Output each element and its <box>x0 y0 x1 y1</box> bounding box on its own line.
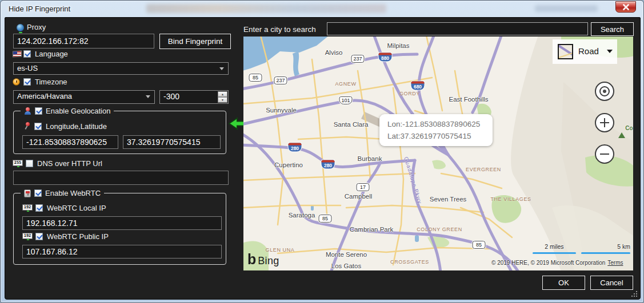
webrtc-local-label: WebRTC Local IP <box>47 204 106 212</box>
scale-km-label: 5 km <box>581 243 630 250</box>
timezone-offset-value: -300 <box>163 92 179 101</box>
map-area-label: COLONY GREEN <box>417 227 462 232</box>
dns-icon: 255 <box>13 160 23 166</box>
webrtc-local-ip-input[interactable] <box>22 216 222 230</box>
locate-icon <box>599 86 610 96</box>
geolocation-pin-icon <box>24 107 31 115</box>
map-style-thumbnail-icon <box>558 44 573 59</box>
geolocation-label: Enable Geolocation <box>46 107 110 115</box>
proxy-address-input[interactable] <box>13 34 154 49</box>
close-button[interactable] <box>615 1 636 13</box>
webrtc-legend: Enable WebRTC <box>21 188 104 199</box>
terms-link[interactable]: Terms <box>607 260 623 266</box>
map-area-label: AGNEW <box>335 81 356 87</box>
lonlat-checkbox[interactable] <box>34 123 42 130</box>
search-label: Enter a city to search <box>243 25 316 34</box>
timezone-label: Timezone <box>35 78 67 86</box>
pointer-arrow-icon <box>229 117 245 132</box>
map-city-label: Milpitas <box>387 42 410 49</box>
webrtc-local-checkbox[interactable] <box>35 204 43 212</box>
lonlat-label: Longitude,Latitude <box>46 122 107 131</box>
tooltip-latitude: Lat:37.32619770575415 <box>387 130 493 142</box>
bing-logo[interactable]: b Bing <box>247 253 279 267</box>
map-city-label: East Foothills <box>449 96 488 103</box>
route-shield: 17 <box>357 183 370 191</box>
route-shield: 237 <box>274 76 287 84</box>
spinner-down-button[interactable]: ▼ <box>218 97 227 103</box>
map-city-label: Los Gatos <box>331 262 361 269</box>
scale-km-bar <box>581 252 630 254</box>
language-select[interactable]: es-US <box>13 62 229 75</box>
timezone-checkbox[interactable] <box>23 78 31 86</box>
route-shield: 880 <box>379 53 392 62</box>
map-area-label: GORDY <box>399 91 420 96</box>
webrtc-public-ip-input[interactable] <box>22 245 222 258</box>
window-frame: Hide IP Fingerprint Proxy Bind Fingerpri… <box>0 0 644 303</box>
map-canvas[interactable]: AlvisoMilpitasSunnyvaleSanta ClaraEast F… <box>243 37 633 270</box>
tooltip-longitude: Lon:-121.85308837890625 <box>387 118 493 130</box>
geolocation-group: Enable Geolocation Longitude,Latitude <box>13 111 226 154</box>
route-shield: 101 <box>339 96 352 104</box>
bind-fingerprint-button[interactable]: Bind Fingerprint <box>159 34 231 49</box>
map-green-label: Co <box>625 125 633 131</box>
dns-checkbox[interactable] <box>26 160 33 167</box>
map-area-label: THE VILLAGES <box>490 196 531 202</box>
longitude-input[interactable] <box>22 135 118 149</box>
webrtc-device-icon <box>24 189 31 197</box>
timezone-select[interactable]: America/Havana <box>13 90 155 104</box>
search-button[interactable]: Search <box>591 22 634 36</box>
resize-grip[interactable] <box>630 290 638 297</box>
map-city-label: Cambrian Park <box>350 226 394 233</box>
map-area-label: CROSSGATES <box>390 259 429 265</box>
locate-button[interactable] <box>595 82 614 101</box>
route-shield: 680 <box>411 82 425 90</box>
proxy-label: Proxy <box>27 23 46 31</box>
bing-logo-text: Bing <box>258 255 279 267</box>
globe-icon <box>17 24 24 31</box>
search-input[interactable] <box>327 22 588 35</box>
ip-badge-icon: 192 <box>22 233 33 239</box>
cancel-button[interactable]: Cancel <box>590 276 633 290</box>
background-window-blur <box>535 5 598 12</box>
dialog-content: Proxy Bind Fingerprint Language es-US Ti… <box>5 17 641 300</box>
webrtc-label: Enable WebRTC <box>45 189 101 197</box>
route-shield: 85 <box>319 215 332 223</box>
map-city-label: Monte Sereno <box>326 251 367 258</box>
latitude-input[interactable] <box>123 135 221 149</box>
zoom-out-button[interactable] <box>595 144 614 164</box>
map-style-selector[interactable]: Road <box>553 39 617 64</box>
map-city-label: Alviso <box>325 49 343 56</box>
ip-badge-icon: 192 <box>22 204 33 211</box>
map-city-label: Burbank <box>358 155 382 162</box>
map-road-label: Guadalupe Pkwy <box>403 156 423 204</box>
dns-url-input[interactable] <box>13 171 229 185</box>
clock-icon <box>13 78 20 86</box>
background-window-blur <box>146 4 386 13</box>
language-checkbox[interactable] <box>23 50 31 58</box>
scale-miles-label: 2 miles <box>533 243 576 250</box>
route-shield: 280 <box>322 160 335 169</box>
webrtc-public-checkbox[interactable] <box>35 233 43 240</box>
timezone-offset-spinner[interactable]: -300 ▲ ▼ <box>159 90 229 104</box>
map-city-label: Santa Clara <box>334 121 369 128</box>
geolocation-checkbox[interactable] <box>35 107 42 115</box>
map-style-label: Road <box>578 46 599 56</box>
map-city-label: Cupertino <box>274 161 303 168</box>
map-area-label: GLEN UNA <box>266 247 295 253</box>
pushpin-icon <box>23 122 31 130</box>
map-area-label: EVERGREEN <box>466 167 501 172</box>
webrtc-checkbox[interactable] <box>34 189 42 197</box>
ok-button[interactable]: OK <box>542 276 585 290</box>
coordinates-tooltip: Lon:-121.85308837890625 Lat:37.326197705… <box>379 114 493 146</box>
map-city-label: Sunnyvale <box>266 107 297 114</box>
spinner-up-button[interactable]: ▲ <box>218 91 227 97</box>
zoom-in-button[interactable] <box>595 113 614 132</box>
route-shield: 280 <box>289 143 302 152</box>
route-shield: 85 <box>473 241 486 249</box>
route-shield: 237 <box>351 55 364 63</box>
title-bar[interactable]: Hide IP Fingerprint <box>1 1 643 17</box>
map-copyright: © 2019 HERE, © 2019 Microsoft Corporatio… <box>491 260 623 266</box>
map-city-label: Saratoga <box>289 212 315 219</box>
scale-miles-bar <box>533 252 576 254</box>
map-city-label: Seven Trees <box>430 196 467 203</box>
